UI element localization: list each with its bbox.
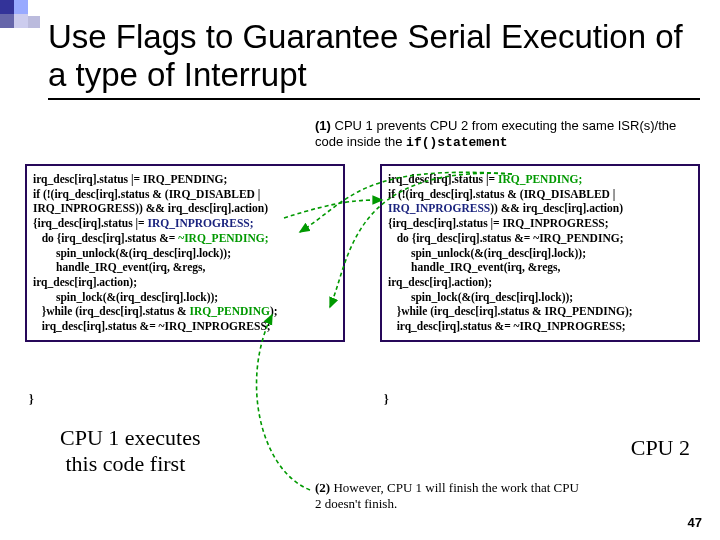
- slide-number: 47: [688, 515, 702, 530]
- closing-brace-left: }: [29, 392, 34, 407]
- decorative-squares: [0, 0, 46, 28]
- code-box-cpu2: irq_desc[irq].status |= IRQ_PENDING; if …: [380, 164, 700, 342]
- caption-1: (1) CPU 1 prevents CPU 2 from executing …: [315, 118, 700, 152]
- cpu2-label: CPU 2: [631, 435, 690, 461]
- cpu1-label: CPU 1 executes this code first: [60, 425, 201, 478]
- closing-brace-right: }: [384, 392, 389, 407]
- slide-title: Use Flags to Guarantee Serial Execution …: [48, 18, 700, 100]
- caption-2: (2) However, CPU 1 will finish the work …: [315, 480, 585, 513]
- code-box-cpu1: irq_desc[irq].status |= IRQ_PENDING; if …: [25, 164, 345, 342]
